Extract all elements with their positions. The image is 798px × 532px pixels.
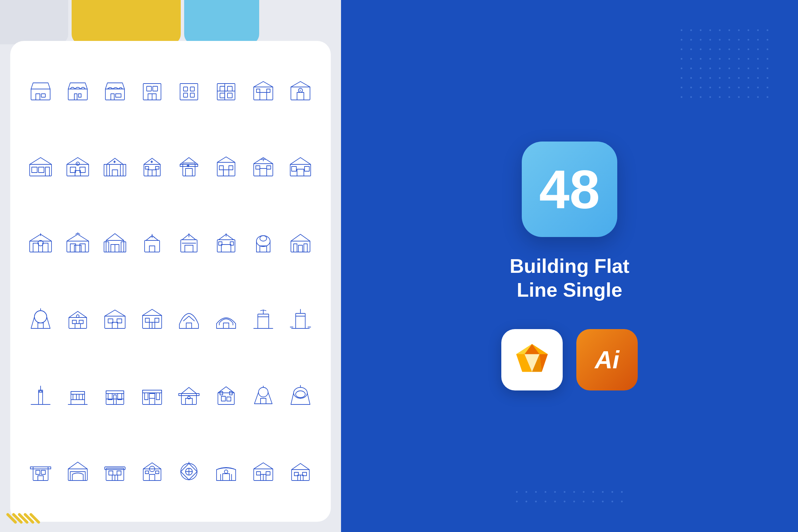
count-badge: 48	[522, 142, 617, 237]
list-item	[25, 304, 56, 335]
dot	[709, 39, 711, 41]
svg-rect-90	[121, 242, 126, 252]
svg-rect-188	[109, 471, 113, 475]
dot	[757, 29, 759, 31]
list-item	[25, 228, 56, 258]
dot	[700, 29, 701, 31]
dot	[767, 68, 768, 69]
svg-rect-6	[74, 94, 77, 100]
dot	[719, 68, 721, 69]
list-item	[174, 380, 204, 411]
svg-rect-78	[305, 166, 309, 171]
list-item: +	[174, 152, 204, 182]
dot	[748, 58, 749, 60]
svg-rect-105	[294, 244, 297, 252]
dot	[719, 77, 721, 79]
list-item: +	[137, 152, 167, 182]
svg-point-117	[76, 315, 79, 317]
dot	[709, 48, 711, 50]
dot	[690, 39, 692, 41]
dot	[748, 77, 749, 79]
dot	[719, 96, 721, 98]
gray-bar	[0, 0, 68, 44]
list-item	[25, 456, 56, 487]
svg-rect-68	[229, 166, 233, 170]
dot	[767, 58, 768, 60]
list-item	[174, 304, 204, 335]
list-item	[211, 152, 241, 182]
svg-rect-174	[261, 398, 266, 404]
svg-rect-189	[117, 471, 121, 475]
dot	[564, 491, 565, 493]
yellow-bar	[72, 0, 181, 44]
title-line2: Line Single	[517, 279, 622, 301]
dot	[719, 48, 721, 50]
svg-rect-116	[75, 324, 80, 328]
list-item	[174, 228, 204, 258]
dots-pattern-top	[679, 27, 771, 100]
dot	[767, 96, 768, 98]
svg-rect-13	[153, 86, 158, 91]
svg-rect-67	[219, 166, 223, 170]
svg-text:+: +	[151, 160, 153, 164]
list-item	[25, 152, 56, 182]
dot	[681, 96, 682, 98]
dot	[535, 491, 537, 493]
svg-rect-157	[143, 390, 162, 404]
dot	[757, 68, 759, 69]
dot	[748, 68, 749, 69]
list-item	[100, 380, 130, 411]
svg-rect-124	[145, 318, 149, 322]
dot	[728, 29, 730, 31]
svg-rect-148	[71, 391, 85, 394]
svg-rect-39	[32, 167, 37, 173]
list-item	[285, 228, 316, 258]
dot	[709, 29, 711, 31]
dot	[748, 87, 749, 88]
dot	[690, 96, 692, 98]
dot	[602, 491, 604, 493]
list-item	[248, 456, 279, 487]
svg-text:$: $	[77, 163, 78, 165]
svg-rect-17	[183, 87, 188, 91]
svg-rect-31	[256, 89, 260, 92]
svg-rect-32	[267, 89, 270, 92]
svg-rect-115	[79, 320, 83, 324]
svg-rect-110	[38, 323, 43, 328]
svg-rect-80	[33, 243, 39, 252]
svg-rect-34	[297, 92, 304, 100]
svg-rect-40	[39, 167, 44, 173]
dot	[516, 501, 518, 502]
svg-rect-192	[143, 469, 161, 481]
dot	[564, 501, 565, 502]
dot	[757, 87, 759, 88]
svg-point-103	[260, 236, 267, 241]
dot	[573, 501, 575, 502]
dots-pattern-bottom	[514, 489, 625, 505]
svg-rect-19	[183, 93, 188, 97]
svg-rect-167	[218, 393, 234, 404]
svg-text:+: +	[114, 160, 116, 164]
dot	[767, 48, 768, 50]
svg-rect-61	[156, 166, 159, 169]
svg-rect-87	[74, 245, 81, 252]
dot	[690, 58, 692, 60]
svg-rect-22	[220, 86, 225, 91]
svg-rect-66	[217, 162, 235, 176]
svg-rect-171	[230, 391, 232, 395]
dot	[767, 39, 768, 41]
svg-rect-206	[256, 472, 261, 475]
svg-rect-81	[43, 243, 48, 252]
list-item	[174, 456, 204, 487]
dot	[748, 96, 749, 98]
list-item	[248, 228, 279, 258]
svg-rect-72	[260, 168, 267, 176]
svg-rect-89	[104, 242, 109, 252]
svg-rect-73	[256, 166, 260, 169]
dot	[757, 39, 759, 41]
dot	[700, 68, 701, 69]
svg-rect-181	[41, 470, 45, 474]
dot	[748, 39, 749, 41]
svg-rect-154	[114, 395, 116, 404]
list-item	[285, 152, 316, 182]
